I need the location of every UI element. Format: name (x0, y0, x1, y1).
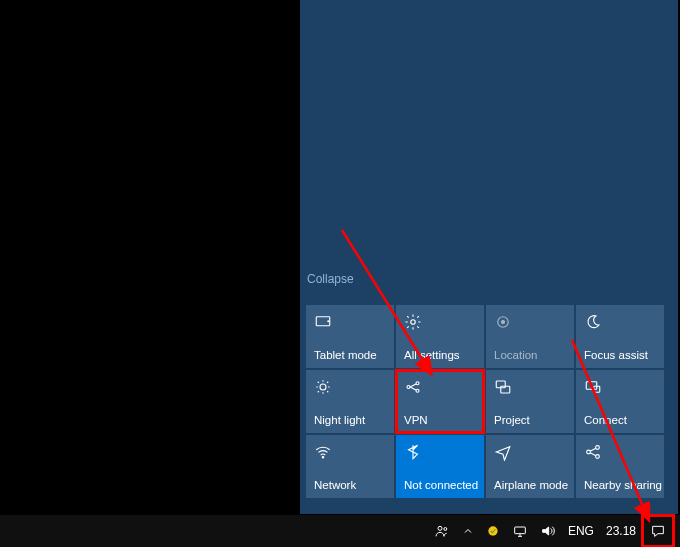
svg-point-19 (488, 526, 497, 535)
tray-clock[interactable]: 23.18 (600, 515, 642, 547)
svg-point-5 (320, 384, 326, 390)
svg-point-15 (596, 446, 600, 450)
airplane-icon (494, 443, 512, 461)
tray-action-center[interactable] (642, 515, 674, 547)
tile-project[interactable]: Project (486, 370, 574, 433)
tile-label: Night light (314, 414, 365, 426)
taskbar: ENG 23.18 (0, 515, 680, 547)
tile-airplane-mode[interactable]: Airplane mode (486, 435, 574, 498)
tile-network[interactable]: Network (306, 435, 394, 498)
bluetooth-icon (404, 443, 422, 461)
tile-label: Airplane mode (494, 479, 568, 491)
tile-location[interactable]: Location (486, 305, 574, 368)
vpn-icon (404, 378, 422, 396)
quick-actions-grid: Tablet mode All settings Location Focus … (306, 305, 670, 500)
tile-label: Network (314, 479, 356, 491)
gear-icon (404, 313, 422, 331)
svg-point-4 (502, 321, 505, 324)
svg-point-2 (411, 320, 416, 325)
system-tray: ENG 23.18 (428, 515, 680, 547)
connect-icon (584, 378, 602, 396)
action-center-panel: Collapse Tablet mode All settings Locat (300, 0, 678, 514)
tile-all-settings[interactable]: All settings (396, 305, 484, 368)
svg-point-7 (416, 382, 419, 385)
sun-icon (314, 378, 332, 396)
tile-label: Nearby sharing (584, 479, 662, 491)
svg-rect-20 (515, 527, 526, 534)
tray-volume-icon[interactable] (534, 515, 562, 547)
project-icon (494, 378, 512, 396)
tile-bluetooth[interactable]: Not connected (396, 435, 484, 498)
svg-point-18 (444, 528, 447, 531)
desktop-area (0, 0, 298, 515)
tile-label: Project (494, 414, 530, 426)
tile-night-light[interactable]: Night light (306, 370, 394, 433)
tile-label: Connect (584, 414, 627, 426)
tile-tablet-mode[interactable]: Tablet mode (306, 305, 394, 368)
svg-point-1 (328, 321, 329, 322)
tray-network-icon[interactable] (506, 515, 534, 547)
tile-vpn[interactable]: VPN (396, 370, 484, 433)
svg-point-17 (438, 526, 442, 530)
show-desktop[interactable] (674, 515, 680, 547)
svg-point-16 (596, 455, 600, 459)
collapse-link[interactable]: Collapse (307, 272, 354, 286)
tile-focus-assist[interactable]: Focus assist (576, 305, 664, 368)
share-icon (584, 443, 602, 461)
tray-overflow[interactable] (456, 515, 480, 547)
location-icon (494, 313, 512, 331)
tile-label: Location (494, 349, 537, 361)
svg-rect-11 (586, 382, 597, 390)
tile-connect[interactable]: Connect (576, 370, 664, 433)
tile-label: All settings (404, 349, 460, 361)
tile-nearby-sharing[interactable]: Nearby sharing (576, 435, 664, 498)
tile-label: Tablet mode (314, 349, 377, 361)
moon-icon (584, 313, 602, 331)
tray-ime[interactable]: ENG (562, 515, 600, 547)
tablet-icon (314, 313, 332, 331)
tile-label: VPN (404, 414, 428, 426)
svg-point-8 (416, 389, 419, 392)
wifi-icon (314, 443, 332, 461)
tile-label: Not connected (404, 479, 478, 491)
tray-people[interactable] (428, 515, 456, 547)
tray-security-icon[interactable] (480, 515, 506, 547)
svg-point-6 (407, 386, 410, 389)
tile-label: Focus assist (584, 349, 648, 361)
svg-point-14 (587, 450, 591, 454)
svg-point-13 (322, 457, 324, 459)
